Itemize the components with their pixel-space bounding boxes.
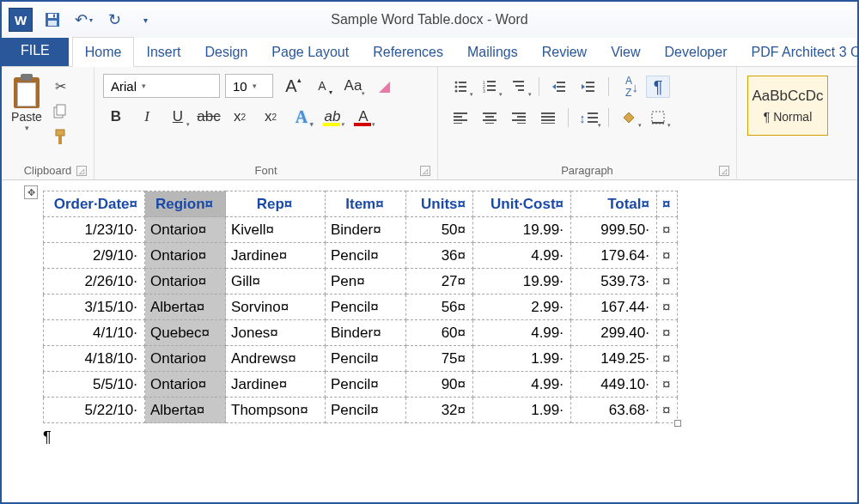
italic-button[interactable]: I xyxy=(134,105,160,129)
cell-units[interactable]: 60¤ xyxy=(406,320,473,346)
qat-customize-icon[interactable]: ▾ xyxy=(134,9,156,31)
subscript-button[interactable]: x2 xyxy=(227,105,253,129)
tab-references[interactable]: References xyxy=(361,38,455,66)
cell-units[interactable]: 36¤ xyxy=(406,243,473,269)
cell-total[interactable]: 63.68· xyxy=(571,398,657,423)
tab-pdf-architect[interactable]: PDF Architect 3 Cr xyxy=(739,38,859,66)
cell-date[interactable]: 4/18/10· xyxy=(44,346,145,372)
cell-rep[interactable]: Kivell¤ xyxy=(226,217,326,243)
document-table[interactable]: Order·Date¤ Region¤ Rep¤ Item¤ Units¤ Un… xyxy=(43,191,678,423)
cell-date[interactable]: 4/1/10· xyxy=(44,320,145,346)
th-region[interactable]: Region¤ xyxy=(145,191,226,217)
cell-region[interactable]: Alberta¤ xyxy=(145,398,226,423)
cell-total[interactable]: 539.73· xyxy=(571,269,657,295)
highlight-button[interactable]: ab▾ xyxy=(320,105,345,129)
tab-view[interactable]: View xyxy=(599,38,652,66)
cell-units[interactable]: 32¤ xyxy=(406,398,473,423)
font-size-combo[interactable]: 10▾ xyxy=(225,74,273,98)
multilevel-list-button[interactable]: ▾ xyxy=(507,76,531,98)
cell-item[interactable]: Binder¤ xyxy=(326,320,406,346)
cell-rep[interactable]: Jones¤ xyxy=(226,320,326,346)
cell-cost[interactable]: 1.99· xyxy=(473,398,571,423)
cell-region[interactable]: Ontario¤ xyxy=(145,372,226,398)
cell-item[interactable]: Pen¤ xyxy=(326,269,406,295)
undo-icon[interactable]: ↶▾ xyxy=(72,9,94,31)
font-name-combo[interactable]: Arial▾ xyxy=(103,74,220,98)
cell-total[interactable]: 999.50· xyxy=(571,217,657,243)
cell-item[interactable]: Pencil¤ xyxy=(326,295,406,320)
bullets-button[interactable]: ▾ xyxy=(448,76,472,98)
cell-total[interactable]: 149.25· xyxy=(571,346,657,372)
cell-total[interactable]: 449.10· xyxy=(571,372,657,398)
cell-item[interactable]: Pencil¤ xyxy=(326,243,406,269)
shading-button[interactable]: ▾ xyxy=(617,106,641,129)
paste-dropdown-icon[interactable]: ▾ xyxy=(7,124,46,132)
cell-region[interactable]: Alberta¤ xyxy=(145,295,226,320)
table-move-handle-icon[interactable]: ✥ xyxy=(24,185,38,199)
table-row[interactable]: 3/15/10·Alberta¤Sorvino¤Pencil¤56¤2.99·1… xyxy=(44,295,678,320)
font-color-button[interactable]: A▾ xyxy=(350,105,376,129)
paste-button[interactable]: Paste ▾ xyxy=(7,74,46,132)
document-area[interactable]: ✥ Order·Date¤ Region¤ Rep¤ Item¤ Units¤ … xyxy=(2,180,857,455)
tab-home[interactable]: Home xyxy=(72,37,135,67)
cell-item[interactable]: Pencil¤ xyxy=(326,346,406,372)
tab-mailings[interactable]: Mailings xyxy=(455,38,530,66)
table-row[interactable]: 4/18/10·Ontario¤Andrews¤Pencil¤75¤1.99·1… xyxy=(44,346,678,372)
align-right-button[interactable] xyxy=(507,106,531,129)
cell-cost[interactable]: 19.99· xyxy=(473,269,571,295)
th-item[interactable]: Item¤ xyxy=(326,191,406,217)
tab-review[interactable]: Review xyxy=(530,38,599,66)
increase-indent-button[interactable] xyxy=(576,76,600,98)
justify-button[interactable] xyxy=(536,106,560,129)
format-painter-icon[interactable] xyxy=(50,127,70,148)
cell-region[interactable]: Ontario¤ xyxy=(145,346,226,372)
cell-region[interactable]: Ontario¤ xyxy=(145,243,226,269)
strikethrough-button[interactable]: abc xyxy=(196,105,222,129)
cell-rep[interactable]: Thompson¤ xyxy=(226,398,326,423)
style-normal[interactable]: AaBbCcDc ¶ Normal xyxy=(747,76,828,136)
cell-rep[interactable]: Sorvino¤ xyxy=(226,295,326,320)
cell-units[interactable]: 50¤ xyxy=(406,217,473,243)
tab-page-layout[interactable]: Page Layout xyxy=(259,38,361,66)
cell-region[interactable]: Quebec¤ xyxy=(145,320,226,346)
borders-button[interactable]: ▾ xyxy=(646,106,670,129)
table-row[interactable]: 2/9/10·Ontario¤Jardine¤Pencil¤36¤4.99·17… xyxy=(44,243,678,269)
bold-button[interactable]: B xyxy=(103,105,129,129)
underline-button[interactable]: U▾ xyxy=(165,105,191,129)
save-icon[interactable] xyxy=(41,9,64,31)
grow-font-button[interactable]: A▴ xyxy=(278,74,304,98)
word-app-icon[interactable]: W xyxy=(9,8,33,32)
shrink-font-button[interactable]: A▾ xyxy=(309,74,335,98)
clipboard-launcher-icon[interactable]: ◿ xyxy=(76,166,87,176)
align-left-button[interactable] xyxy=(448,106,472,129)
table-row[interactable]: 2/26/10·Ontario¤Gill¤Pen¤27¤19.99·539.73… xyxy=(44,269,678,295)
cell-item[interactable]: Pencil¤ xyxy=(326,372,406,398)
cell-units[interactable]: 27¤ xyxy=(406,269,473,295)
tab-file[interactable]: FILE xyxy=(2,35,69,66)
cell-rep[interactable]: Gill¤ xyxy=(226,269,326,295)
font-launcher-icon[interactable]: ◿ xyxy=(420,166,430,176)
redo-icon[interactable]: ↻ xyxy=(103,9,125,31)
tab-design[interactable]: Design xyxy=(193,38,260,66)
cell-units[interactable]: 56¤ xyxy=(406,295,473,320)
th-rep[interactable]: Rep¤ xyxy=(226,191,326,217)
th-units[interactable]: Units¤ xyxy=(406,191,473,217)
cell-cost[interactable]: 4.99· xyxy=(473,320,571,346)
clear-formatting-button[interactable]: ◢ xyxy=(371,74,397,98)
table-header-row[interactable]: Order·Date¤ Region¤ Rep¤ Item¤ Units¤ Un… xyxy=(44,191,678,217)
cell-total[interactable]: 167.44· xyxy=(571,295,657,320)
cell-units[interactable]: 90¤ xyxy=(406,372,473,398)
cell-date[interactable]: 5/22/10· xyxy=(44,398,145,423)
th-unit-cost[interactable]: Unit·Cost¤ xyxy=(473,191,571,217)
copy-icon[interactable] xyxy=(50,101,70,122)
cell-rep[interactable]: Andrews¤ xyxy=(226,346,326,372)
th-order-date[interactable]: Order·Date¤ xyxy=(44,191,145,217)
cell-item[interactable]: Binder¤ xyxy=(326,217,406,243)
table-resize-handle-icon[interactable] xyxy=(674,420,681,427)
cell-cost[interactable]: 4.99· xyxy=(473,372,571,398)
line-spacing-button[interactable]: ↕▾ xyxy=(576,106,600,129)
decrease-indent-button[interactable] xyxy=(547,76,571,98)
table-row[interactable]: 5/5/10·Ontario¤Jardine¤Pencil¤90¤4.99·44… xyxy=(44,372,678,398)
cell-total[interactable]: 299.40· xyxy=(571,320,657,346)
tab-developer[interactable]: Developer xyxy=(653,38,740,66)
